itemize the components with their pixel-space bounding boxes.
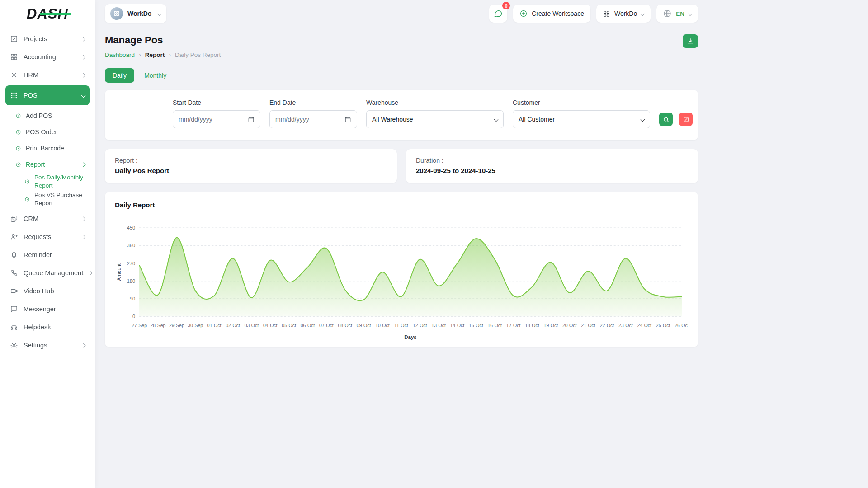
target-bullet-icon [15, 162, 21, 168]
video-icon [10, 287, 18, 295]
tab-daily[interactable]: Daily [105, 68, 134, 83]
sidebar-item-label: Helpdesk [24, 324, 51, 331]
sidebar-item-queue-management[interactable]: Queue Management [5, 264, 90, 282]
sidebar-item-label: Projects [24, 35, 47, 42]
target-bullet-icon [24, 197, 30, 202]
search-button[interactable] [659, 113, 673, 126]
sidebar-item-pos[interactable]: POS [5, 85, 90, 105]
sidebar-item-label: Messenger [24, 305, 56, 313]
end-date-input[interactable]: mm/dd/yyyy [269, 110, 357, 128]
svg-text:03-Oct: 03-Oct [245, 323, 259, 328]
svg-text:Days: Days [404, 334, 417, 340]
svg-text:28-Sep: 28-Sep [151, 323, 166, 328]
start-date-input[interactable]: mm/dd/yyyy [173, 110, 260, 128]
calendar-icon [248, 116, 255, 123]
svg-text:21-Oct: 21-Oct [581, 323, 595, 328]
sidebar-item-settings[interactable]: Settings [5, 336, 90, 354]
sidebar-item-accounting[interactable]: Accounting [5, 48, 90, 66]
pos-submenu: Add POS POS Order Print Barcode Report [5, 107, 90, 210]
top-bar: WorkDo 0 Create Workspace WorkDo [95, 0, 708, 27]
warehouse-select[interactable]: All Warehouse [366, 110, 504, 128]
sidebar-item-pos-order[interactable]: POS Order [10, 124, 90, 140]
chat-icon [494, 9, 503, 18]
chevron-right-icon [81, 235, 86, 239]
breadcrumb-report[interactable]: Report [145, 52, 165, 58]
sidebar-item-add-pos[interactable]: Add POS [10, 108, 90, 124]
sidebar-item-label: Reminder [24, 251, 52, 258]
svg-text:04-Oct: 04-Oct [263, 323, 278, 328]
sidebar-item-reminder[interactable]: Reminder [5, 246, 90, 264]
sidebar-item-label: Pos VS Purchase Report [34, 191, 85, 207]
sidebar: DASH Projects Accounting HRM [0, 0, 95, 488]
breadcrumb-separator [169, 51, 171, 58]
chevron-down-icon [81, 93, 86, 98]
tab-monthly[interactable]: Monthly [143, 68, 167, 83]
brand-logo[interactable]: DASH [0, 0, 95, 28]
chevron-right-icon [88, 271, 93, 275]
language-selector[interactable]: EN [656, 5, 698, 23]
grid-icon [603, 10, 610, 18]
workspace-menu-label: WorkDo [614, 10, 637, 17]
sidebar-item-label: Accounting [24, 53, 56, 61]
download-icon [687, 38, 694, 45]
svg-text:29-Sep: 29-Sep [169, 323, 184, 328]
svg-text:0: 0 [132, 314, 135, 319]
svg-text:450: 450 [127, 225, 135, 230]
sidebar-item-video-hub[interactable]: Video Hub [5, 282, 90, 300]
breadcrumb-dashboard[interactable]: Dashboard [105, 52, 135, 58]
reset-button[interactable] [679, 113, 693, 126]
sidebar-item-projects[interactable]: Projects [5, 30, 90, 48]
svg-text:24-Oct: 24-Oct [637, 323, 651, 328]
sidebar-item-crm[interactable]: CRM [5, 210, 90, 228]
sidebar-item-helpdesk[interactable]: Helpdesk [5, 318, 90, 336]
customer-select[interactable]: All Customer [513, 110, 650, 128]
svg-text:12-Oct: 12-Oct [413, 323, 427, 328]
phone-icon [10, 269, 18, 277]
svg-text:90: 90 [130, 296, 135, 301]
svg-text:19-Oct: 19-Oct [544, 323, 558, 328]
pos-menu-icon [10, 91, 18, 99]
chevron-right-icon [81, 162, 86, 167]
top-bar-actions: 0 Create Workspace WorkDo EN [489, 5, 698, 23]
chevron-down-icon [157, 11, 162, 16]
sidebar-item-hrm[interactable]: HRM [5, 66, 90, 84]
sidebar-nav: Projects Accounting HRM POS [0, 28, 95, 356]
sidebar-item-pos-vs-purchase-report[interactable]: Pos VS Purchase Report [19, 190, 90, 208]
chevron-down-icon [641, 11, 645, 16]
svg-text:25-Oct: 25-Oct [656, 323, 670, 328]
report-submenu: Pos Daily/Monthly Report Pos VS Purchase… [10, 173, 90, 208]
gear-icon [10, 341, 18, 349]
sidebar-item-label: Add POS [26, 112, 52, 119]
chat-bubble-icon [10, 305, 18, 313]
svg-text:09-Oct: 09-Oct [357, 323, 371, 328]
user-plus-icon [10, 233, 18, 241]
customer-selected-value: All Customer [519, 116, 555, 123]
report-summary-value: Daily Pos Report [115, 167, 387, 174]
page-title: Manage Pos [105, 34, 221, 46]
headset-icon [10, 323, 18, 331]
start-date-label: Start Date [173, 99, 260, 106]
workspace-selector[interactable]: WorkDo [105, 4, 166, 23]
messages-button[interactable]: 0 [489, 5, 507, 23]
svg-text:27-Sep: 27-Sep [132, 323, 147, 328]
warehouse-selected-value: All Warehouse [372, 116, 413, 123]
sidebar-item-print-barcode[interactable]: Print Barcode [10, 140, 90, 156]
workspace-menu-button[interactable]: WorkDo [596, 5, 651, 23]
spinner-icon [10, 71, 18, 79]
download-button[interactable] [683, 34, 698, 48]
sidebar-item-report[interactable]: Report [10, 156, 90, 173]
sidebar-item-requests[interactable]: Requests [5, 228, 90, 246]
svg-text:180: 180 [127, 278, 135, 284]
end-date-field: End Date mm/dd/yyyy [269, 99, 357, 128]
clipboard-check-icon [10, 35, 18, 43]
sidebar-item-messenger[interactable]: Messenger [5, 300, 90, 318]
svg-text:20-Oct: 20-Oct [562, 323, 577, 328]
sidebar-item-pos-daily-monthly-report[interactable]: Pos Daily/Monthly Report [19, 173, 90, 190]
duration-summary-card: Duration : 2024-09-25 to 2024-10-25 [406, 149, 698, 183]
chevron-down-icon [494, 117, 499, 122]
warehouse-label: Warehouse [366, 99, 504, 106]
create-workspace-button[interactable]: Create Workspace [513, 5, 590, 23]
sidebar-item-label: Settings [24, 342, 47, 349]
svg-text:02-Oct: 02-Oct [226, 323, 240, 328]
svg-text:08-Oct: 08-Oct [338, 323, 352, 328]
